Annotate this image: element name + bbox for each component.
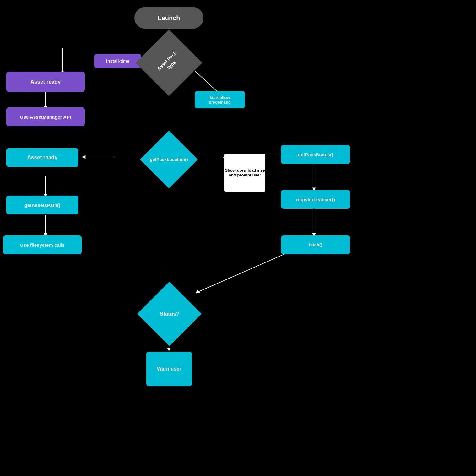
get-pack-location-diamond: getPackLocation() bbox=[114, 138, 224, 181]
svg-line-4 bbox=[195, 71, 217, 91]
get-assets-path: getAssetsPath() bbox=[6, 196, 78, 214]
svg-line-25 bbox=[198, 248, 298, 292]
svg-marker-30 bbox=[167, 348, 170, 351]
get-pack-states: getPackStates() bbox=[281, 145, 350, 164]
fast-follow-label: fast-followon-demand bbox=[195, 91, 245, 108]
use-asset-manager-api: Use AssetManager API bbox=[6, 107, 85, 126]
svg-marker-13 bbox=[82, 155, 85, 159]
fetch-asset-pack: fetch() bbox=[281, 235, 350, 254]
asset-pack-type-diamond: Asset PackType bbox=[144, 38, 194, 88]
status-diamond: Status? bbox=[144, 289, 195, 339]
launch-node: Launch bbox=[134, 7, 203, 29]
install-time-label: install-time bbox=[94, 54, 141, 68]
warn-user: Warn user bbox=[146, 352, 192, 386]
show-download-size: Show download size and prompt user bbox=[224, 154, 265, 192]
asset-ready-2: Asset ready bbox=[6, 148, 78, 167]
svg-marker-26 bbox=[196, 290, 200, 293]
asset-ready-1: Asset ready bbox=[6, 72, 85, 92]
use-filesystem-calls: Use filesystem calls bbox=[3, 235, 82, 254]
register-listener: registerListener() bbox=[281, 190, 350, 209]
